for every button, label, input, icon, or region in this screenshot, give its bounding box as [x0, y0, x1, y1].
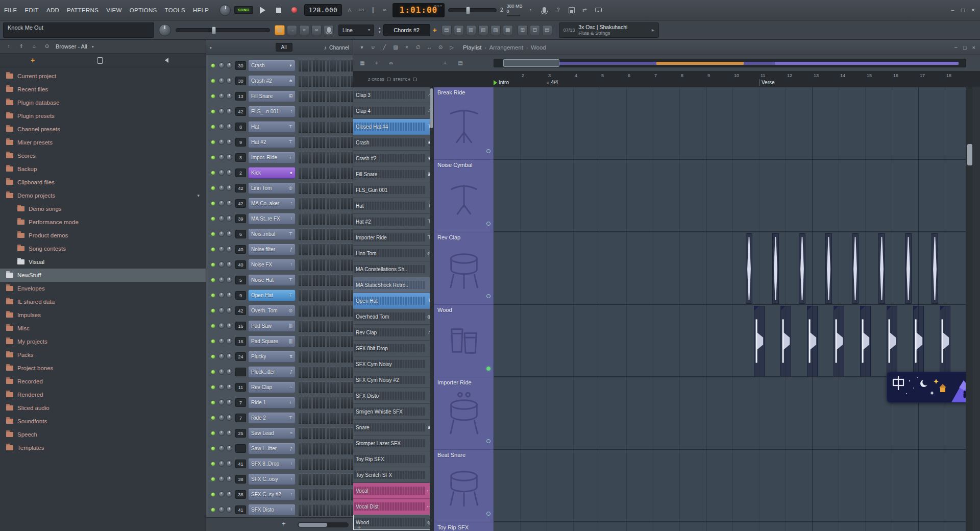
- step-cell[interactable]: [351, 320, 353, 332]
- step-cell[interactable]: [305, 244, 308, 255]
- browser-item[interactable]: Soundfonts: [0, 415, 206, 428]
- step-cell[interactable]: [313, 320, 315, 332]
- pan-knob[interactable]: [218, 399, 225, 405]
- volume-knob[interactable]: [226, 461, 232, 467]
- step-cell[interactable]: [327, 60, 329, 71]
- step-cell[interactable]: [351, 244, 353, 255]
- step-cell[interactable]: [299, 259, 301, 271]
- step-cell[interactable]: [348, 182, 350, 194]
- channel-enable-led[interactable]: [211, 401, 215, 404]
- step-cell[interactable]: [327, 504, 329, 516]
- picker-item[interactable]: Linn Tom◎: [353, 246, 433, 261]
- picker-item[interactable]: Vocal⋯: [353, 483, 433, 499]
- add-icon[interactable]: +: [29, 56, 37, 64]
- step-cell[interactable]: [333, 504, 336, 516]
- step-cell[interactable]: [302, 244, 305, 255]
- channel-enable-led[interactable]: [211, 186, 215, 190]
- step-cell[interactable]: [337, 228, 339, 240]
- step-cell[interactable]: [305, 489, 308, 500]
- step-cell[interactable]: [313, 305, 315, 317]
- step-cell[interactable]: [341, 427, 344, 439]
- step-cell[interactable]: [337, 90, 339, 102]
- step-cell[interactable]: [348, 152, 350, 163]
- step-cell[interactable]: [341, 381, 344, 393]
- step-cell[interactable]: [305, 167, 308, 179]
- browser-item[interactable]: Project bones: [0, 361, 206, 375]
- channel-enable-led[interactable]: [211, 171, 215, 175]
- step-cell[interactable]: [302, 381, 305, 393]
- step-cell[interactable]: [348, 60, 350, 71]
- collapse-icon[interactable]: ▾: [358, 43, 366, 52]
- step-cell[interactable]: [316, 412, 318, 424]
- layers-icon[interactable]: ▤: [456, 59, 464, 67]
- step-cell[interactable]: [323, 320, 325, 332]
- track-led[interactable]: [486, 512, 491, 516]
- step-cell[interactable]: [313, 60, 315, 71]
- pan-knob[interactable]: [218, 430, 225, 436]
- step-cell[interactable]: [327, 121, 329, 133]
- step-cell[interactable]: [323, 182, 325, 194]
- step-cell[interactable]: [316, 136, 318, 148]
- channel-button[interactable]: Linn Tom◎: [248, 182, 296, 194]
- step-cell[interactable]: [337, 305, 339, 317]
- step-cell[interactable]: [330, 182, 333, 194]
- step-cell[interactable]: [316, 443, 318, 454]
- channel-enable-led[interactable]: [211, 493, 215, 496]
- step-cell[interactable]: [333, 351, 336, 363]
- step-cell[interactable]: [309, 504, 311, 516]
- step-cell[interactable]: [351, 182, 353, 194]
- step-cell[interactable]: [309, 412, 311, 424]
- step-cell[interactable]: [299, 351, 301, 363]
- step-cell[interactable]: [299, 397, 301, 408]
- channel-enable-led[interactable]: [211, 125, 215, 129]
- step-cell[interactable]: [320, 427, 322, 439]
- step-cell[interactable]: [302, 427, 305, 439]
- step-cell[interactable]: [299, 60, 301, 71]
- playlist-toggle[interactable]: ▤: [442, 25, 452, 35]
- channel-enable-led[interactable]: [211, 309, 215, 312]
- volume-knob[interactable]: [226, 261, 232, 268]
- browser-item[interactable]: NewStuff: [0, 269, 206, 282]
- step-cell[interactable]: [305, 504, 308, 516]
- channel-enable-led[interactable]: [211, 248, 215, 251]
- step-cell[interactable]: [351, 289, 353, 301]
- step-cell[interactable]: [323, 381, 325, 393]
- picker-item[interactable]: Hat #2⊤: [353, 214, 433, 230]
- browser-item[interactable]: Clipboard files: [0, 176, 206, 189]
- step-cell[interactable]: [305, 351, 308, 363]
- step-cell[interactable]: [330, 289, 333, 301]
- browser-item[interactable]: Performance mode: [0, 215, 206, 229]
- step-cell[interactable]: [305, 366, 308, 378]
- step-cell[interactable]: [337, 381, 339, 393]
- picker-options[interactable]: Z-CROSS STRETCH: [353, 71, 434, 87]
- pan-knob[interactable]: [218, 491, 225, 497]
- step-cell[interactable]: [302, 289, 305, 301]
- track-led[interactable]: [486, 367, 491, 371]
- plugin-picker-toggle[interactable]: ▩: [503, 25, 513, 35]
- step-cell[interactable]: [313, 489, 315, 500]
- track-led[interactable]: [486, 439, 491, 443]
- step-cell[interactable]: [313, 198, 315, 209]
- step-cell[interactable]: [333, 244, 336, 255]
- step-cell[interactable]: [337, 167, 339, 179]
- step-cell[interactable]: [337, 443, 339, 454]
- step-cell[interactable]: [320, 90, 322, 102]
- step-cell[interactable]: [305, 305, 308, 317]
- step-cell[interactable]: [316, 381, 318, 393]
- step-cell[interactable]: [341, 366, 344, 378]
- step-cell[interactable]: [299, 244, 301, 255]
- step-cell[interactable]: [323, 335, 325, 347]
- volume-knob[interactable]: [226, 491, 232, 497]
- step-cell[interactable]: [299, 381, 301, 393]
- step-cell[interactable]: [302, 121, 305, 133]
- step-cell[interactable]: [327, 106, 329, 117]
- marker-marker[interactable]: Verse: [759, 79, 775, 86]
- marker-timesig[interactable]: 4/4: [547, 79, 558, 86]
- step-cell[interactable]: [341, 458, 344, 470]
- step-cell[interactable]: [351, 198, 353, 209]
- channel-button[interactable]: Ride 1⊤: [248, 397, 296, 408]
- step-cell[interactable]: [316, 305, 318, 317]
- step-cell[interactable]: [348, 121, 350, 133]
- step-cell[interactable]: [323, 60, 325, 71]
- step-cell[interactable]: [309, 335, 311, 347]
